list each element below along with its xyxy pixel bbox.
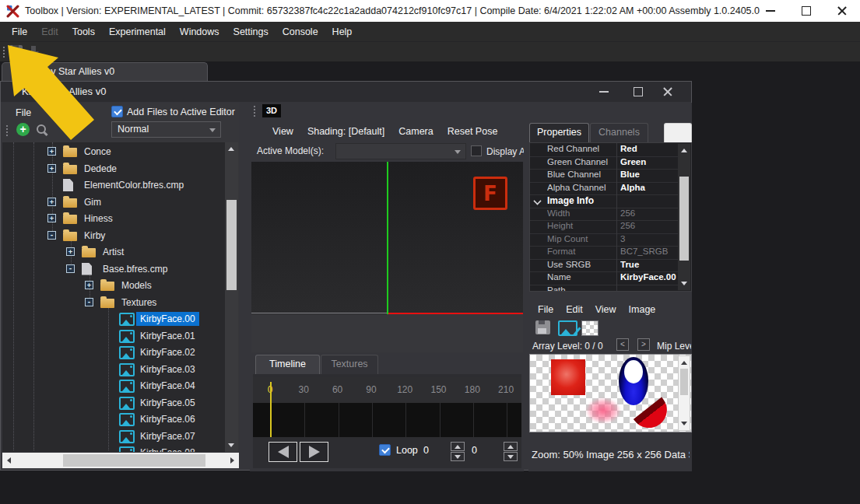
tab-stub[interactable] [664,123,692,142]
scroll-up-icon[interactable] [681,149,687,152]
add-files-checkbox[interactable] [111,106,123,117]
child-close-button[interactable] [659,86,676,98]
property-value[interactable]: KirbyFace.00 [620,272,676,282]
tree-item-kirbyface-07[interactable]: KirbyFace.07 [2,429,225,445]
menu-experimental[interactable]: Experimental [102,22,173,42]
save-icon[interactable] [9,45,23,58]
viewport-menu-reset-pose[interactable]: Reset Pose [441,123,505,140]
chevron-down-icon[interactable] [533,197,541,205]
tree-expander-icon[interactable]: - [66,264,75,273]
scroll-up-icon[interactable] [681,361,687,365]
panel-splitter[interactable] [239,103,250,470]
texture-preview[interactable] [529,354,692,432]
tree-item-dedede[interactable]: +Dedede [2,161,225,177]
transparency-toggle-icon[interactable] [581,320,598,336]
property-row-path[interactable]: Path [530,285,678,292]
tree-item-base-bfres-cmp[interactable]: -Base.bfres.cmp [2,261,225,278]
property-value[interactable]: Green [620,157,676,166]
scrollbar-thumb[interactable] [226,200,237,290]
tree-item-kirbyface-02[interactable]: KirbyFace.02 [2,345,225,361]
step-forward-button[interactable] [300,442,328,462]
property-value[interactable]: Blue [620,170,676,179]
property-row-red-channel[interactable]: Red ChannelRed [530,143,678,157]
filter-dropdown[interactable]: Normal [111,121,221,138]
tab-textures[interactable]: Textures [321,355,378,374]
tree-item-gim[interactable]: +Gim [2,194,225,211]
search-icon[interactable] [37,124,48,136]
tree-item-models[interactable]: +Models [2,278,225,294]
tree-expander-icon[interactable]: - [47,231,56,240]
tree-vertical-scrollbar[interactable] [225,142,238,452]
menu-tools[interactable]: Tools [65,22,102,42]
viewport-canvas[interactable]: F [251,162,523,314]
viewport-menu-camera[interactable]: Camera [391,123,440,140]
tree-item-hiness[interactable]: +Hiness [2,211,225,227]
image-menu-view[interactable]: View [589,301,623,318]
property-row-blue-channel[interactable]: Blue ChannelBlue [530,169,678,183]
tree-expander-icon[interactable]: + [47,164,56,173]
scroll-down-icon[interactable] [681,422,687,425]
image-menu-edit[interactable]: Edit [560,301,589,318]
tree-item-elementcolor-bfres-cmp[interactable]: ElementColor.bfres.cmp [2,177,225,194]
tree-item-kirbyface-00[interactable]: KirbyFace.00 [2,311,225,327]
property-value[interactable]: True [620,260,676,269]
tree-item-artist[interactable]: +Artist [2,244,225,261]
scroll-down-icon[interactable] [228,443,234,447]
import-arrow-icon[interactable] [28,45,39,58]
tree-item-kirby[interactable]: -Kirby [2,228,225,244]
image-menu-file[interactable]: File [532,301,560,318]
timeline-ruler[interactable]: 0306090120150180210 [253,377,521,403]
property-row-alpha-channel[interactable]: Alpha ChannelAlpha [530,182,678,196]
timeline-track[interactable] [253,403,521,437]
menu-windows[interactable]: Windows [173,22,226,42]
scrollbar-thumb[interactable] [63,454,205,467]
tree-horizontal-scrollbar[interactable] [2,453,239,468]
tree-expander-icon[interactable]: + [85,281,93,289]
save-icon[interactable] [535,320,550,334]
preview-scrollbar[interactable] [678,355,690,431]
tree-item-kirbyface-04[interactable]: KirbyFace.04 [2,378,225,394]
image-menu-image[interactable]: Image [623,301,662,318]
frame-spinner[interactable] [451,442,465,461]
file-browser-menu-file[interactable]: File [12,105,35,121]
tree-expander-icon[interactable]: + [47,198,56,206]
loop-checkbox[interactable] [379,444,391,456]
menu-help[interactable]: Help [325,22,360,42]
tree-expander-icon[interactable]: + [47,147,56,156]
property-value[interactable]: Alpha [620,183,676,192]
toolbar-grip[interactable] [253,105,256,117]
property-row-name[interactable]: NameKirbyFace.00 [530,271,678,285]
previous-array-button[interactable]: < [616,338,629,351]
step-back-button[interactable] [269,442,297,462]
scroll-left-icon[interactable] [7,457,11,464]
scrollbar-thumb[interactable] [679,177,689,261]
tree-item-kirbyface-03[interactable]: KirbyFace.03 [2,362,225,378]
add-file-icon[interactable] [16,123,30,136]
menu-settings[interactable]: Settings [226,22,276,42]
toolbar-grip[interactable] [5,124,9,137]
minimize-button[interactable] [753,0,788,22]
close-button[interactable] [825,0,859,22]
child-maximize-button[interactable] [630,86,647,98]
document-tab[interactable]: Kirby Star Allies v0 [2,62,208,81]
menu-edit[interactable]: Edit [34,22,65,42]
tab-properties[interactable]: Properties [529,123,589,142]
edit-image-icon[interactable] [558,320,577,336]
tree-item-textures[interactable]: -Textures [2,295,225,311]
property-grid-scrollbar[interactable] [678,144,690,290]
timeline-playhead[interactable] [270,382,272,437]
menu-console[interactable]: Console [276,22,325,42]
tab-channels[interactable]: Channels [590,123,648,142]
scroll-up-icon[interactable] [228,147,234,151]
child-minimize-button[interactable] [595,86,613,98]
tree-item-kirbyface-08[interactable]: KirbyFace.08 [2,445,225,452]
property-row-green-channel[interactable]: Green ChannelGreen [530,156,678,170]
property-value[interactable]: Red [620,144,676,153]
menu-file[interactable]: File [5,22,34,42]
property-row-use-srgb[interactable]: Use SRGBTrue [530,259,678,273]
tree-item-conce[interactable]: +Conce [2,144,225,160]
scroll-down-icon[interactable] [681,282,687,285]
viewport-menu-view[interactable]: View [265,123,300,140]
toolbar-grip[interactable] [2,46,5,58]
end-frame-spinner[interactable] [504,442,518,461]
